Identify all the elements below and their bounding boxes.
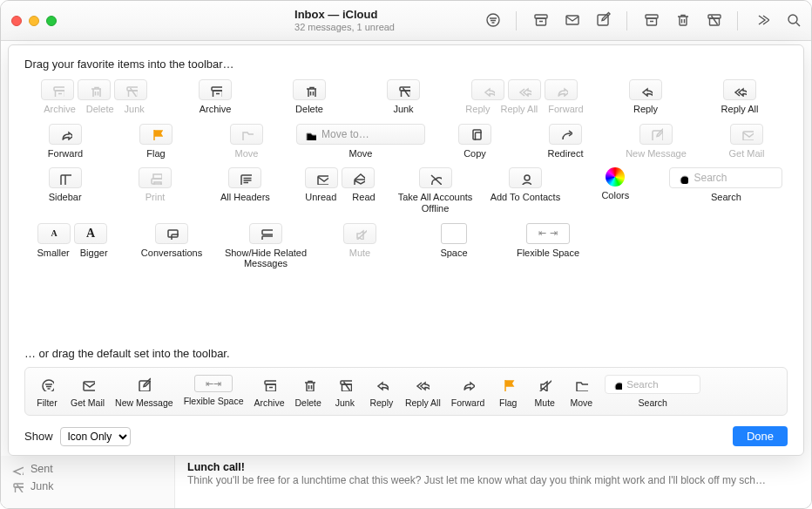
more-icon[interactable] xyxy=(754,11,769,31)
reply-button[interactable] xyxy=(629,79,662,100)
space-item[interactable] xyxy=(441,223,467,244)
delete-button[interactable] xyxy=(293,79,326,100)
archive-icon[interactable] xyxy=(41,79,74,100)
zoom-icon[interactable] xyxy=(46,16,57,26)
trash-icon[interactable] xyxy=(674,11,690,31)
replyall-icon[interactable] xyxy=(508,79,541,100)
archive-button[interactable] xyxy=(199,79,232,100)
archive-icon[interactable] xyxy=(256,375,282,394)
junk-icon[interactable] xyxy=(114,79,147,100)
minimize-icon[interactable] xyxy=(29,16,39,26)
mute-icon[interactable] xyxy=(531,375,558,394)
show-label: Show xyxy=(24,430,53,443)
trash-icon[interactable] xyxy=(295,375,321,394)
sidebar-item-sent[interactable]: Sent xyxy=(11,463,164,475)
close-icon[interactable] xyxy=(11,16,22,26)
compose-icon[interactable] xyxy=(595,11,611,31)
reply-icon[interactable] xyxy=(369,375,395,394)
flexspace-icon[interactable]: ⇤⇥ xyxy=(194,375,233,392)
print-button[interactable] xyxy=(139,167,172,188)
colors-icon[interactable] xyxy=(606,167,625,187)
newmessage-button[interactable] xyxy=(639,124,673,145)
junk-button[interactable] xyxy=(387,79,420,100)
filter-icon[interactable] xyxy=(484,11,500,31)
bigger-icon[interactable]: A xyxy=(74,223,107,244)
separator xyxy=(737,11,738,31)
allheaders-button[interactable] xyxy=(228,167,261,188)
sidebar-item-junk[interactable]: Junk xyxy=(11,480,164,492)
reply-icon[interactable] xyxy=(471,79,504,100)
separator xyxy=(516,11,517,31)
conversations-button[interactable] xyxy=(155,223,188,244)
smaller-icon[interactable]: A xyxy=(37,223,71,244)
default-toolbar-set[interactable]: Filter Get Mail New Message ⇤⇥Flexible S… xyxy=(24,367,788,416)
junk-icon[interactable] xyxy=(706,11,721,31)
forward-button[interactable] xyxy=(49,124,82,145)
related-button[interactable] xyxy=(249,223,282,244)
show-mode-select[interactable]: Icon Only xyxy=(60,427,131,446)
flag-button[interactable] xyxy=(139,124,173,145)
done-button[interactable]: Done xyxy=(733,426,788,446)
sidebar: Sent Junk xyxy=(1,456,175,508)
forward-icon[interactable] xyxy=(455,375,481,394)
copy-button[interactable] xyxy=(458,124,491,145)
forward-icon[interactable] xyxy=(545,79,578,100)
unread-icon[interactable] xyxy=(305,167,338,188)
move-icon[interactable] xyxy=(568,375,594,394)
search-icon[interactable] xyxy=(785,11,801,31)
replyall-button[interactable] xyxy=(723,79,756,100)
search-field[interactable]: Search xyxy=(605,375,700,394)
sidebar-button[interactable] xyxy=(49,167,82,188)
separator xyxy=(626,11,627,31)
window-titlebar: Inbox — iCloud 32 messages, 1 unread xyxy=(1,1,811,41)
message-preview: Lunch call! Think you'll be free for a l… xyxy=(175,456,811,508)
default-caption: … or drag the default set into the toolb… xyxy=(24,347,788,360)
getmail-icon[interactable] xyxy=(75,375,101,394)
offline-button[interactable] xyxy=(419,167,452,188)
addcontacts-button[interactable] xyxy=(509,167,542,188)
archive-icon[interactable] xyxy=(643,11,659,31)
sheet-intro: Drag your favorite items into the toolba… xyxy=(24,58,788,71)
envelope-icon[interactable] xyxy=(564,11,579,31)
getmail-button[interactable] xyxy=(730,124,763,145)
move-button[interactable] xyxy=(230,124,263,145)
trash-icon[interactable] xyxy=(78,79,111,100)
message-body-preview: Think you'll be free for a lunchtime cha… xyxy=(187,473,799,487)
filter-icon[interactable] xyxy=(34,375,60,394)
read-icon[interactable] xyxy=(342,167,375,188)
window-subtitle: 32 messages, 1 unread xyxy=(294,22,395,32)
window-title: Inbox — iCloud xyxy=(294,9,395,21)
flag-icon[interactable] xyxy=(495,375,521,394)
search-field[interactable]: Search xyxy=(669,167,782,188)
replyall-icon[interactable] xyxy=(409,375,436,394)
redirect-button[interactable] xyxy=(549,124,582,145)
junk-icon[interactable] xyxy=(332,375,358,394)
move-to-field[interactable]: Move to… xyxy=(296,124,425,145)
mute-button[interactable] xyxy=(343,223,376,244)
message-subject: Lunch call! xyxy=(187,461,799,473)
flexspace-item[interactable]: ⇤ ⇥ xyxy=(526,223,570,244)
archive-icon[interactable] xyxy=(532,11,548,31)
compose-icon[interactable] xyxy=(131,375,157,394)
customize-toolbar-sheet: Drag your favorite items into the toolba… xyxy=(8,44,804,456)
